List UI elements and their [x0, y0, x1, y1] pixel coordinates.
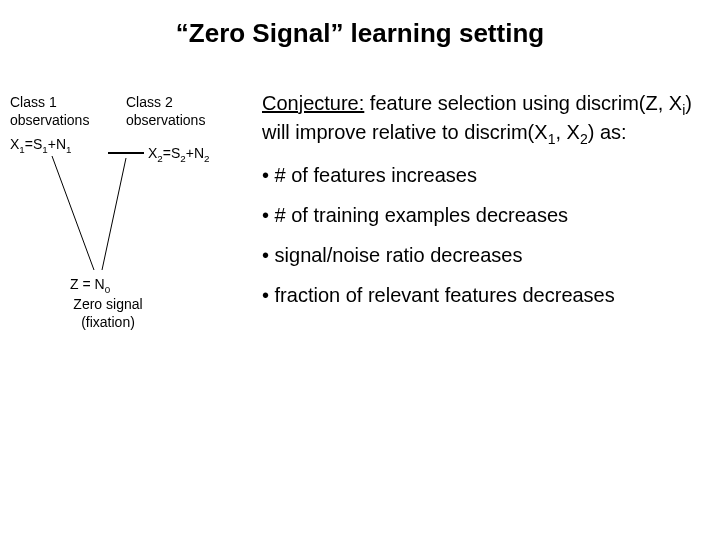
slide: “Zero Signal” learning setting Class 1 o…: [0, 0, 720, 540]
bullet-3: • signal/noise ratio decreases: [262, 242, 707, 268]
diagram: Class 1 observations Class 2 observation…: [10, 90, 245, 350]
slide-title: “Zero Signal” learning setting: [0, 18, 720, 49]
conjecture-paragraph: Conjecture: feature selection using disc…: [262, 90, 707, 148]
conjecture-label: Conjecture:: [262, 92, 364, 114]
text-column: Conjecture: feature selection using disc…: [262, 90, 707, 322]
z-equation: Z = N0: [70, 276, 110, 296]
bullet-2: • # of training examples decreases: [262, 202, 707, 228]
bullet-4: • fraction of relevant features decrease…: [262, 282, 707, 308]
bullet-list: • # of features increases • # of trainin…: [262, 162, 707, 308]
z-label-line2: (fixation): [81, 314, 135, 330]
svg-line-2: [102, 158, 126, 270]
z-label: Zero signal (fixation): [58, 296, 158, 331]
diagram-lines: [10, 90, 245, 300]
bullet-1: • # of features increases: [262, 162, 707, 188]
svg-line-1: [52, 156, 94, 270]
z-label-line1: Zero signal: [73, 296, 142, 312]
